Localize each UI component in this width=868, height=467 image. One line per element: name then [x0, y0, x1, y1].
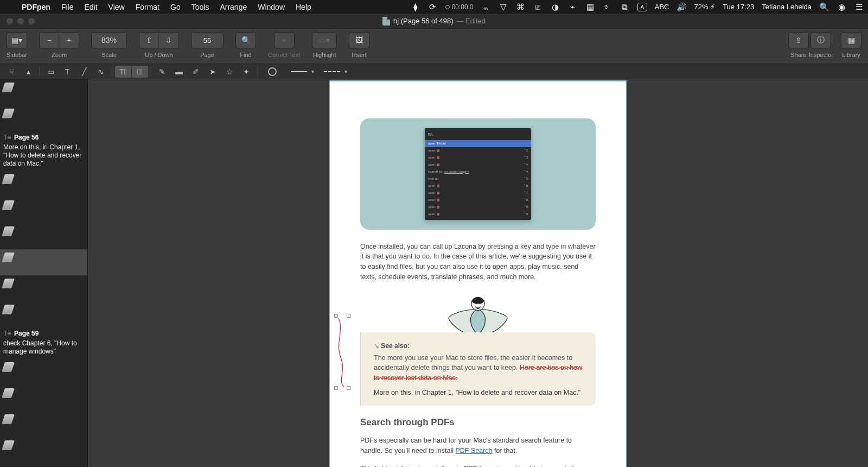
hand-tool[interactable]: ☟	[3, 66, 20, 78]
layers-icon[interactable]: ⧉	[620, 2, 630, 12]
menu-view[interactable]: View	[103, 3, 130, 11]
sidebar-thumb[interactable]	[0, 197, 87, 223]
inserted-annotation-text[interactable]: More on this, in Chapter 1, "How to dele…	[374, 388, 583, 398]
sidebar-thumb[interactable]	[0, 385, 87, 411]
selection-handle[interactable]	[334, 386, 338, 390]
find-button[interactable]: 🔍	[236, 33, 256, 48]
selection-handle[interactable]	[347, 314, 350, 318]
tray-icon[interactable]: ▽	[499, 2, 508, 12]
sidebar-thumb[interactable]	[0, 275, 87, 301]
stamp-tool[interactable]: ☆	[221, 66, 238, 78]
heading-search-pdfs[interactable]: Search through PDFs	[360, 415, 596, 430]
bolt-icon[interactable]: ⧫	[411, 2, 420, 12]
menu-file[interactable]: File	[56, 3, 79, 11]
sidebar-page-56-header[interactable]: T≡ Page 56	[0, 131, 87, 143]
menu-arrange[interactable]: Arrange	[214, 3, 252, 11]
canvas[interactable]: fin open Finder open ⌃2 open ⌃3 open ⌃4 …	[88, 79, 868, 467]
battery-pct[interactable]: 72% ⚡︎	[694, 3, 715, 11]
toolbar-updown-label: Up / Down	[145, 52, 173, 58]
app-icon[interactable]: ◑	[551, 2, 560, 12]
paragraph-2[interactable]: PDFs especially can be hard for your Mac…	[360, 436, 596, 456]
menu-window[interactable]: Window	[252, 3, 290, 11]
share-button[interactable]: ⇪	[789, 33, 808, 48]
sidebar-thumb[interactable]	[0, 171, 87, 197]
close-dot[interactable]	[7, 18, 13, 24]
highlight-tool[interactable]: ▬	[171, 66, 187, 78]
library-button[interactable]: ▦	[841, 33, 861, 48]
display-icon[interactable]: ▤	[585, 2, 595, 12]
user-name[interactable]: Tetiana Leheida	[762, 3, 812, 11]
window-titlebar[interactable]: hj (Page 56 of 498) — Edited	[0, 14, 868, 29]
menu-format[interactable]: Format	[130, 3, 165, 11]
stroke-style-picker[interactable]: ▾	[285, 66, 317, 78]
freehand-annotation[interactable]	[334, 314, 350, 390]
page-number-input[interactable]	[192, 33, 223, 48]
sidebar-thumb[interactable]	[0, 105, 87, 131]
sidebar-thumb[interactable]	[0, 359, 87, 385]
clock[interactable]: Tue 17:23	[723, 3, 754, 11]
textbox-tool[interactable]: T⃞	[115, 66, 131, 78]
sidebar-page-56-text[interactable]: More on this, in Chapter 1, "How to dele…	[0, 143, 87, 171]
sidebar-page-59-text[interactable]: check Chapter 6, "How to manage windows"	[0, 339, 87, 359]
minimize-dot[interactable]	[17, 18, 24, 24]
note-tool[interactable]: ✐	[188, 66, 204, 78]
menu-help[interactable]: Help	[290, 3, 317, 11]
screenshot-icon[interactable]: ⎚	[533, 2, 543, 11]
spotlight-icon[interactable]: 🔍	[819, 2, 829, 12]
sidebar-toggle-button[interactable]: ▤▾	[7, 33, 27, 48]
sidebar-thumb[interactable]	[0, 223, 87, 249]
scribble-tool[interactable]: ∿	[93, 66, 109, 78]
sidebar[interactable]: T≡ Page 56 More on this, in Chapter 1, "…	[0, 79, 88, 467]
sidebar-page-56-label: Page 56	[14, 134, 39, 141]
color-picker-button[interactable]	[260, 66, 284, 78]
menu-edit[interactable]: Edit	[79, 3, 103, 11]
selection-handle[interactable]	[334, 314, 338, 318]
signature-tool[interactable]: ✎⃞	[132, 66, 148, 78]
wifi-icon[interactable]: ᯤ	[603, 2, 612, 11]
sync-icon[interactable]: ⟳	[428, 2, 438, 12]
volume-icon[interactable]: 🔊	[676, 2, 686, 12]
dropbox-icon[interactable]: ⩋	[481, 2, 491, 11]
recorder-widget[interactable]: 00:00.0	[445, 3, 474, 11]
see-also-box[interactable]: See also: The more you use your Mac to s…	[360, 332, 596, 406]
marker-tool[interactable]: ✎	[154, 66, 170, 78]
sidebar-thumb-selected[interactable]	[0, 249, 87, 275]
scale-field[interactable]: 83%	[92, 33, 126, 48]
sidebar-thumb[interactable]	[0, 79, 87, 105]
correct-text-button: ⌖	[275, 33, 294, 48]
paragraph-1[interactable]: Once installed, you can call up Lacona b…	[360, 242, 596, 282]
bluetooth-icon[interactable]: ⌘	[516, 2, 526, 12]
menu-extras-icon[interactable]: ☰	[854, 2, 864, 12]
page-up-button[interactable]: ⇧	[139, 33, 159, 48]
input-source-abc[interactable]: ABC	[655, 3, 669, 11]
inspector-button[interactable]: ⓘ	[811, 33, 831, 48]
sidebar-thumb[interactable]	[0, 437, 87, 463]
page-down-button[interactable]: ⇩	[159, 33, 178, 48]
menu-go[interactable]: Go	[165, 3, 186, 11]
siri-icon[interactable]: ◉	[837, 2, 846, 12]
paragraph-3[interactable]: This lightweight tool specializes in PDF…	[360, 464, 596, 468]
highlighter-icon	[2, 83, 15, 92]
sidebar-thumb[interactable]	[0, 301, 87, 327]
pdf-page[interactable]: fin open Finder open ⌃2 open ⌃3 open ⌃4 …	[329, 80, 627, 467]
select-tool[interactable]: ▴	[20, 66, 36, 78]
sidebar-thumb[interactable]	[0, 411, 87, 437]
pdf-search-link[interactable]: PDF Search	[455, 447, 492, 455]
sidebar-page-59-header[interactable]: T≡ Page 59	[0, 327, 87, 339]
traffic-lights[interactable]	[0, 18, 35, 24]
keyboard-input-icon[interactable]: A	[637, 3, 647, 11]
zoom-in-button[interactable]: +	[59, 33, 79, 48]
control-icon[interactable]: ⌁	[568, 2, 578, 12]
fullscreen-dot[interactable]	[28, 18, 35, 24]
selection-handle[interactable]	[347, 386, 350, 390]
app-name[interactable]: PDFpen	[16, 3, 56, 11]
insert-button[interactable]: 🖼	[349, 33, 369, 48]
link-tool[interactable]: ✦	[238, 66, 254, 78]
rect-select-tool[interactable]: ▭	[42, 66, 59, 78]
text-tool[interactable]: T	[59, 66, 75, 78]
line-tool[interactable]: ╱	[76, 66, 92, 78]
callout-tool[interactable]: ➤	[205, 66, 221, 78]
stroke-dash-picker[interactable]: ▾	[318, 66, 350, 78]
menu-tools[interactable]: Tools	[186, 3, 215, 11]
zoom-out-button[interactable]: −	[40, 33, 59, 48]
